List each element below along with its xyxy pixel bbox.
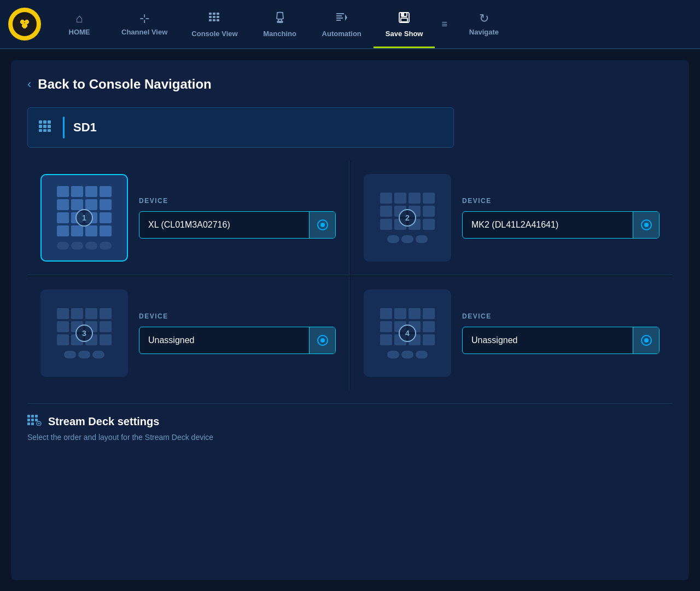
- sd-cell: [100, 321, 112, 332]
- sd1-label: SD1: [73, 120, 97, 135]
- radio-dot-1: [317, 219, 328, 230]
- device-selector-1[interactable]: XL (CL01M3A02716): [139, 211, 336, 239]
- sd-cell: [423, 219, 435, 230]
- sd-cell: [100, 225, 112, 236]
- logo[interactable]: [0, 0, 49, 48]
- svg-rect-25: [39, 129, 42, 132]
- svg-rect-18: [402, 13, 404, 16]
- bottom-section: Stream Deck settings Select the order an…: [27, 403, 673, 442]
- deck-number-4: 4: [399, 325, 416, 342]
- svg-rect-22: [39, 125, 42, 128]
- device-selector-2[interactable]: MK2 (DL41L2A41641): [462, 211, 660, 239]
- svg-rect-11: [336, 15, 342, 16]
- nav-console-view-label: Console View: [191, 30, 237, 38]
- nav-automation-label: Automation: [322, 30, 361, 38]
- device-radio-4[interactable]: [633, 327, 659, 354]
- svg-rect-32: [31, 419, 34, 421]
- device-radio-2[interactable]: [633, 212, 659, 238]
- nav-home-label: HOME: [69, 28, 90, 36]
- sd-knob: [416, 235, 428, 243]
- svg-rect-8: [217, 19, 219, 21]
- sd-cell: [57, 186, 69, 197]
- device-value-2: MK2 (DL41L2A41641): [463, 213, 633, 236]
- svg-rect-34: [27, 422, 30, 425]
- back-button[interactable]: ‹: [27, 77, 31, 91]
- navigate-icon: ↻: [479, 13, 489, 25]
- device-info-2: DEVICE MK2 (DL41L2A41641): [462, 197, 660, 239]
- stream-deck-3[interactable]: 3: [40, 289, 128, 377]
- sd-cell: [100, 308, 112, 319]
- radio-dot-3: [317, 335, 328, 346]
- svg-rect-1: [213, 13, 215, 15]
- device-label-4: DEVICE: [462, 312, 660, 320]
- nav-console-view[interactable]: Console View: [179, 0, 249, 48]
- device-grid: 1 DEVICE XL (CL01M3A02716): [27, 161, 673, 390]
- sd-knob: [416, 351, 428, 358]
- bottom-section-title: Stream Deck settings: [48, 415, 159, 428]
- device-selector-4[interactable]: Unassigned: [462, 327, 660, 354]
- svg-rect-28: [27, 415, 30, 418]
- stream-deck-2[interactable]: 2: [364, 174, 451, 262]
- svg-rect-19: [39, 120, 42, 124]
- sd-cell: [394, 308, 406, 319]
- svg-rect-26: [43, 129, 46, 132]
- sd-cell: [71, 199, 83, 210]
- bottom-title-row: Stream Deck settings: [27, 415, 673, 428]
- svg-rect-3: [209, 16, 212, 18]
- sd-cell: [85, 186, 97, 197]
- nav-save-show[interactable]: Save Show: [374, 0, 435, 48]
- svg-rect-23: [43, 125, 46, 128]
- svg-rect-12: [336, 18, 343, 19]
- stream-deck-4[interactable]: 4: [364, 289, 451, 377]
- sd-cell: [380, 206, 392, 217]
- svg-rect-2: [217, 13, 219, 15]
- sd-knob: [100, 242, 112, 250]
- sd-cell: [85, 199, 97, 210]
- sd-cell: [380, 193, 392, 204]
- sd-faders-1: [51, 242, 117, 255]
- device-cell-1: 1 DEVICE XL (CL01M3A02716): [27, 161, 349, 275]
- svg-rect-31: [27, 419, 30, 421]
- svg-rect-0: [209, 13, 212, 15]
- nav-more-dots[interactable]: ≡: [435, 0, 454, 48]
- sd-cell: [100, 212, 112, 223]
- device-radio-1[interactable]: [309, 212, 335, 238]
- device-selector-3[interactable]: Unassigned: [139, 327, 336, 354]
- sd1-icon: [39, 120, 54, 135]
- device-label-1: DEVICE: [139, 197, 336, 205]
- sd-cell: [85, 225, 97, 236]
- nav-manchino[interactable]: Manchino: [250, 0, 310, 48]
- radio-dot-2: [641, 219, 652, 230]
- sd-cell: [409, 308, 421, 319]
- sd-cell: [409, 193, 421, 204]
- sd-cell: [380, 334, 392, 345]
- top-navigation: ⌂ HOME ⊹ Channel View Console View: [0, 0, 700, 49]
- stream-deck-1[interactable]: 1: [40, 174, 128, 262]
- device-radio-3[interactable]: [309, 327, 335, 354]
- sd-cell: [71, 308, 83, 319]
- svg-marker-14: [345, 14, 347, 21]
- sd-knob: [401, 235, 413, 243]
- nav-navigate[interactable]: ↻ Navigate: [454, 0, 514, 48]
- device-info-3: DEVICE Unassigned: [139, 312, 336, 354]
- sd-faders-3: [59, 351, 110, 364]
- sd-knob: [92, 351, 104, 358]
- svg-rect-10: [336, 13, 344, 14]
- device-info-4: DEVICE Unassigned: [462, 312, 660, 354]
- device-cell-4: 4 DEVICE Unassigned: [351, 276, 673, 390]
- nav-automation[interactable]: Automation: [310, 0, 374, 48]
- svg-rect-35: [31, 422, 34, 425]
- sd-cell: [423, 321, 435, 332]
- home-icon: ⌂: [75, 13, 83, 25]
- nav-channel-view[interactable]: ⊹ Channel View: [109, 0, 179, 48]
- console-view-icon: [208, 11, 221, 26]
- sd-cell: [57, 308, 69, 319]
- automation-icon: [335, 11, 348, 26]
- sd-cell: [57, 225, 69, 236]
- sd-cell: [100, 186, 112, 197]
- nav-navigate-label: Navigate: [469, 28, 499, 36]
- sd-cell: [57, 212, 69, 223]
- sd-cell: [57, 334, 69, 345]
- nav-home[interactable]: ⌂ HOME: [49, 0, 109, 48]
- device-value-3: Unassigned: [139, 329, 309, 352]
